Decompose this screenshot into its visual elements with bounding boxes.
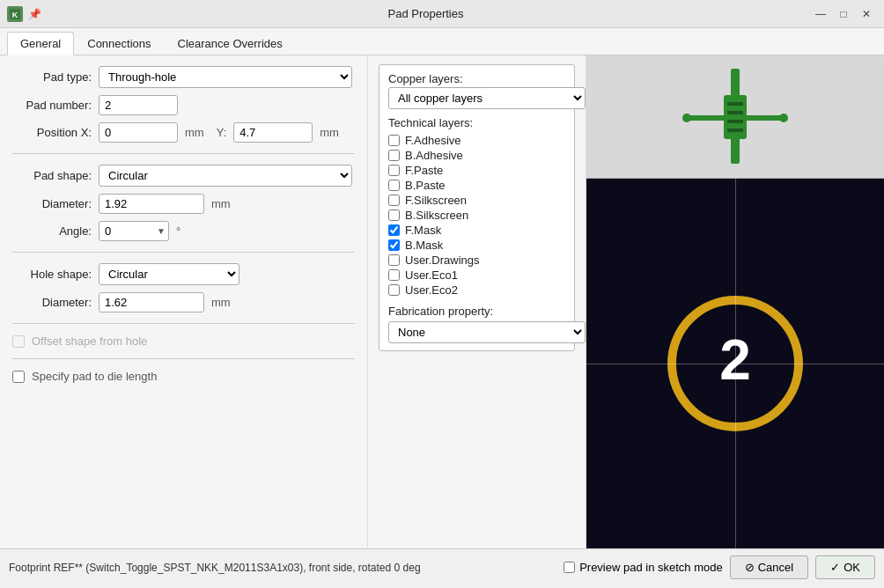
hole-shape-label: Hole shape: [12, 268, 92, 281]
pad-type-select[interactable]: Through-hole SMD Connector NPTH, Mechani… [99, 66, 352, 88]
layer-f-paste-row: F.Paste [388, 163, 565, 178]
hole-diameter-input[interactable] [99, 292, 204, 312]
middle-panel: Copper layers: All copper layers F.Cu B.… [368, 55, 586, 548]
offset-checkbox[interactable] [12, 335, 25, 348]
layer-f-mask-checkbox[interactable] [388, 224, 400, 236]
right-panel: 2 [586, 55, 884, 548]
position-y-input[interactable] [233, 122, 313, 143]
specify-pad-label: Specify pad to die length [32, 370, 157, 383]
diameter-label: Diameter: [12, 197, 92, 210]
fabrication-select[interactable]: None BGA pad Fiducial, global to board F… [388, 321, 586, 343]
pad-diameter-input[interactable] [99, 194, 204, 214]
pad-shape-select[interactable]: Circular Oval Rectangular Trapezoid Roun… [99, 165, 352, 187]
position-x-label: Position X: [12, 126, 92, 139]
layer-f-silkscreen-row: F.Silkscreen [388, 193, 565, 208]
cancel-button[interactable]: ⊘ Cancel [730, 555, 808, 579]
layer-f-adhesive-row: F.Adhesive [388, 133, 565, 148]
layer-b-mask-label: B.Mask [405, 239, 443, 252]
layer-user-eco2-row: User.Eco2 [388, 283, 565, 298]
position-y-label: Y: [217, 126, 227, 139]
ok-button[interactable]: ✓ OK [815, 555, 875, 579]
pad-type-row: Pad type: Through-hole SMD Connector NPT… [12, 66, 355, 88]
preview-sketch-checkbox[interactable] [564, 562, 575, 573]
technical-layers-label: Technical layers: [388, 116, 565, 129]
fabrication-section: Fabrication property: None BGA pad Fiduc… [388, 305, 565, 343]
layer-f-paste-checkbox[interactable] [388, 165, 400, 176]
position-x-input[interactable] [99, 122, 178, 143]
minimize-button[interactable]: — [810, 4, 831, 24]
svg-point-7 [682, 114, 691, 122]
footer-left: Footprint REF** (Switch_Toggle_SPST_NKK_… [9, 562, 421, 574]
specify-pad-checkbox[interactable] [12, 371, 25, 383]
pad-shape-row: Pad shape: Circular Oval Rectangular Tra… [12, 165, 355, 187]
copper-select-wrap: All copper layers F.Cu B.Cu [388, 87, 565, 109]
ok-icon: ✓ [830, 561, 840, 574]
svg-rect-2 [724, 95, 747, 139]
layer-b-paste-label: B.Paste [405, 179, 446, 192]
titlebar: K 📌 Pad Properties — □ ✕ [0, 0, 884, 28]
layer-user-drawings-checkbox[interactable] [388, 254, 400, 266]
layer-f-silkscreen-label: F.Silkscreen [405, 194, 467, 207]
tab-connections[interactable]: Connections [74, 32, 164, 55]
tab-clearance-overrides[interactable]: Clearance Overrides [165, 32, 296, 55]
main-content: Pad type: Through-hole SMD Connector NPT… [0, 55, 884, 548]
tabs-bar: General Connections Clearance Overrides [0, 28, 884, 55]
layer-b-adhesive-checkbox[interactable] [388, 150, 400, 161]
layer-user-eco2-checkbox[interactable] [388, 284, 400, 296]
layer-b-mask-checkbox[interactable] [388, 239, 400, 251]
pin-icon: 📌 [28, 8, 41, 20]
layer-b-silkscreen-checkbox[interactable] [388, 209, 400, 221]
angle-row: Angle: ▼ ° [12, 221, 355, 241]
hole-shape-row: Hole shape: Circular Oval [12, 263, 355, 285]
svg-rect-4 [731, 137, 740, 164]
hole-shape-select[interactable]: Circular Oval [99, 263, 239, 285]
layer-user-drawings-row: User.Drawings [388, 253, 565, 268]
layer-user-eco1-checkbox[interactable] [388, 269, 400, 281]
fabrication-label: Fabrication property: [388, 305, 565, 318]
layer-b-paste-checkbox[interactable] [388, 180, 400, 191]
close-button[interactable]: ✕ [856, 4, 877, 24]
angle-label: Angle: [12, 224, 92, 238]
maximize-button[interactable]: □ [833, 4, 854, 24]
layer-b-silkscreen-row: B.Silkscreen [388, 208, 565, 223]
layer-b-adhesive-label: B.Adhesive [405, 149, 463, 162]
layer-f-silkscreen-checkbox[interactable] [388, 195, 400, 206]
copper-layers-select[interactable]: All copper layers F.Cu B.Cu [388, 87, 586, 109]
svg-rect-3 [731, 69, 740, 97]
pad-number-input[interactable] [99, 95, 178, 115]
cancel-icon: ⊘ [745, 561, 755, 574]
app-icon: K [7, 6, 23, 22]
layer-b-silkscreen-label: B.Silkscreen [405, 209, 468, 222]
position-y-unit: mm [320, 126, 339, 139]
tab-general[interactable]: General [7, 32, 74, 55]
footer-status-text: Footprint REF** (Switch_Toggle_SPST_NKK_… [9, 562, 421, 574]
layer-f-adhesive-checkbox[interactable] [388, 135, 400, 146]
svg-text:K: K [12, 11, 18, 19]
footer-bar: Footprint REF** (Switch_Toggle_SPST_NKK_… [0, 548, 884, 585]
layer-f-mask-row: F.Mask [388, 223, 565, 238]
pad-number-label: Pad number: [12, 99, 92, 112]
layer-b-mask-row: B.Mask [388, 238, 565, 253]
svg-rect-9 [727, 102, 743, 106]
offset-row: Offset shape from hole [12, 334, 355, 348]
layer-user-drawings-label: User.Drawings [405, 254, 480, 267]
layer-user-eco1-label: User.Eco1 [405, 268, 458, 282]
schematic-preview-svg [669, 60, 801, 174]
diameter-unit: mm [211, 197, 231, 210]
pad-diameter-row: Diameter: mm [12, 194, 355, 214]
layer-user-eco2-label: User.Eco2 [405, 283, 458, 297]
layers-box: Copper layers: All copper layers F.Cu B.… [379, 64, 575, 351]
svg-point-8 [779, 114, 788, 122]
layer-f-mask-label: F.Mask [405, 224, 441, 237]
svg-rect-10 [727, 111, 743, 114]
hole-diameter-unit: mm [211, 296, 231, 309]
preview-sketch-wrap: Preview pad in sketch mode [564, 561, 723, 574]
preview-top [586, 55, 884, 179]
crosshair-vertical [735, 179, 736, 548]
layer-f-paste-label: F.Paste [405, 164, 443, 177]
pad-shape-label: Pad shape: [12, 169, 92, 182]
offset-label: Offset shape from hole [32, 334, 147, 348]
layer-b-paste-row: B.Paste [388, 178, 565, 193]
angle-dropdown-button[interactable]: ▼ [155, 224, 167, 238]
specify-pad-row: Specify pad to die length [12, 370, 355, 383]
